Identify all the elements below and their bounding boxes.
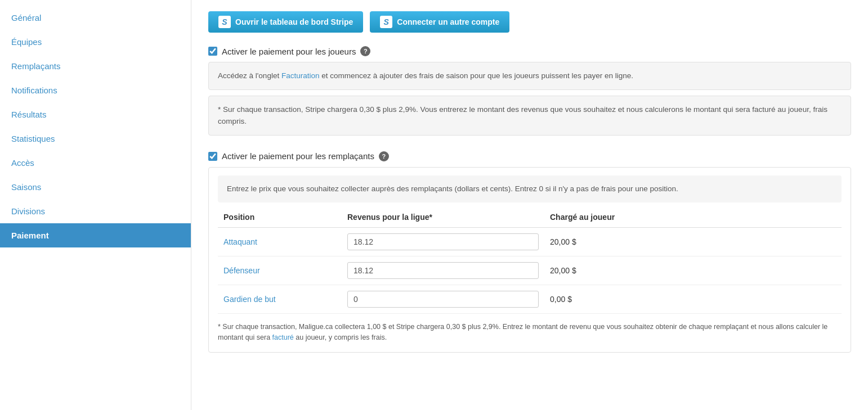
joueurs-help-icon[interactable]: ?	[360, 46, 370, 56]
stripe-s-icon-2: S	[380, 16, 392, 28]
position-table: Position Revenus pour la ligue* Chargé a…	[218, 208, 842, 314]
joueurs-info-box: Accédez à l'onglet Facturation et commen…	[208, 62, 851, 90]
sidebar-item-remplacants[interactable]: Remplaçants	[0, 54, 191, 78]
sidebar-item-resultats[interactable]: Résultats	[0, 102, 191, 127]
sidebar-item-statistiques[interactable]: Statistiques	[0, 127, 191, 151]
revenus-cell-1	[342, 256, 544, 285]
col-revenus-header: Revenus pour la ligue*	[342, 208, 544, 228]
joueurs-info-text: Accédez à l'onglet Facturation et commen…	[218, 71, 633, 80]
revenus-input-1[interactable]	[347, 262, 539, 279]
revenus-cell-2	[342, 285, 544, 314]
sidebar-item-equipes[interactable]: Équipes	[0, 30, 191, 54]
stripe-connect-button[interactable]: S Connecter un autre compte	[370, 11, 509, 33]
stripe-connect-label: Connecter un autre compte	[397, 17, 499, 26]
stripe-open-button[interactable]: S Ouvrir le tableau de bord Stripe	[208, 11, 363, 33]
position-cell-2: Gardien de but	[218, 285, 342, 314]
remplacants-checkbox[interactable]	[208, 152, 217, 161]
sidebar: GénéralÉquipesRemplaçantsNotificationsRé…	[0, 0, 191, 410]
col-position-header: Position	[218, 208, 342, 228]
remplacants-help-icon[interactable]: ?	[379, 151, 389, 161]
position-cell-0: Attaquant	[218, 228, 342, 256]
remplacants-checkbox-row: Activer le paiement pour les remplaçants…	[208, 151, 851, 161]
joueurs-checkbox-label: Activer le paiement pour les joueurs	[222, 47, 356, 56]
charge-cell-0: 20,00 $	[544, 228, 842, 256]
stripe-open-label: Ouvrir le tableau de bord Stripe	[235, 17, 353, 26]
revenus-input-0[interactable]	[347, 233, 539, 250]
sidebar-item-acces[interactable]: Accès	[0, 151, 191, 175]
sidebar-item-saisons[interactable]: Saisons	[0, 175, 191, 199]
sidebar-item-general[interactable]: Général	[0, 6, 191, 30]
charge-cell-2: 0,00 $	[544, 285, 842, 314]
remplacants-info-box: Entrez le prix que vous souhaitez collec…	[218, 175, 842, 202]
stripe-s-icon-1: S	[218, 16, 231, 28]
remplacants-info-text: Entrez le prix que vous souhaitez collec…	[227, 184, 678, 193]
revenus-input-2[interactable]	[347, 291, 539, 308]
joueurs-checkbox[interactable]	[208, 47, 217, 56]
joueurs-checkbox-row: Activer le paiement pour les joueurs ?	[208, 46, 851, 56]
table-row: Gardien de but0,00 $	[218, 285, 842, 314]
remplacants-checkbox-label: Activer le paiement pour les remplaçants	[222, 151, 374, 161]
remplacants-note: * Sur chaque transaction, Maligue.ca col…	[218, 322, 842, 343]
position-cell-1: Défenseur	[218, 256, 342, 285]
sidebar-item-divisions[interactable]: Divisions	[0, 199, 191, 223]
stripe-buttons-row: S Ouvrir le tableau de bord Stripe S Con…	[208, 11, 851, 33]
sidebar-item-notifications[interactable]: Notifications	[0, 78, 191, 102]
revenus-cell-0	[342, 228, 544, 256]
charge-cell-1: 20,00 $	[544, 256, 842, 285]
payment-joueurs-section: Activer le paiement pour les joueurs ? A…	[208, 46, 851, 136]
joueurs-note-text: * Sur chaque transaction, Stripe charger…	[218, 105, 827, 125]
col-charge-header: Chargé au joueur	[544, 208, 842, 228]
sidebar-item-paiement[interactable]: Paiement	[0, 223, 191, 247]
table-row: Attaquant20,00 $	[218, 228, 842, 256]
payment-remplacants-section: Activer le paiement pour les remplaçants…	[208, 151, 851, 353]
remplacants-table-wrapper: Entrez le prix que vous souhaitez collec…	[208, 167, 851, 353]
main-content: S Ouvrir le tableau de bord Stripe S Con…	[191, 0, 868, 410]
remplacants-note-text: * Sur chaque transaction, Maligue.ca col…	[218, 323, 827, 341]
table-row: Défenseur20,00 $	[218, 256, 842, 285]
joueurs-note-box: * Sur chaque transaction, Stripe charger…	[208, 96, 851, 136]
